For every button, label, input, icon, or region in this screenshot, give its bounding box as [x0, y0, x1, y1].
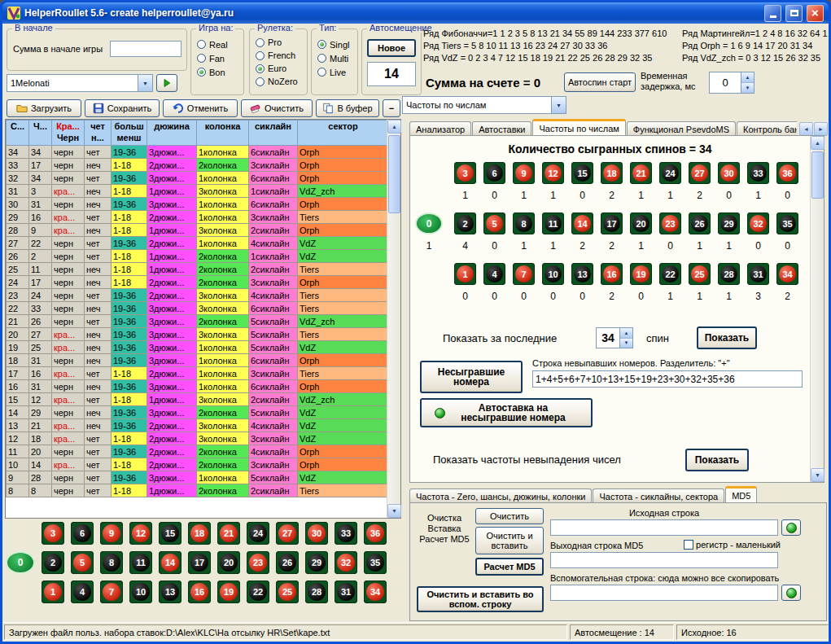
- history-row[interactable]: 3031черннеч19-363дюжи...1колонка6сиклайн…: [7, 198, 389, 211]
- number-33[interactable]: 33: [747, 162, 769, 184]
- number-0[interactable]: 0: [415, 212, 443, 234]
- number-21[interactable]: 21: [217, 522, 240, 545]
- radio-Multi[interactable]: Multi: [317, 51, 349, 65]
- collapse-button[interactable]: −: [383, 99, 400, 117]
- number-18[interactable]: 18: [188, 522, 211, 545]
- history-row[interactable]: 1716кра...чет1-182дюжи...1колонка3сиклай…: [7, 367, 389, 380]
- number-31[interactable]: 31: [747, 263, 769, 285]
- spin-down-icon[interactable]: ▼: [741, 83, 754, 93]
- number-3[interactable]: 3: [42, 522, 64, 545]
- md5-aux-input[interactable]: [550, 585, 778, 601]
- md5-output-input[interactable]: [550, 552, 778, 568]
- number-14[interactable]: 14: [571, 212, 593, 234]
- number-15[interactable]: 15: [159, 522, 182, 545]
- show-missing-freq-button[interactable]: Показать: [685, 449, 749, 471]
- history-row[interactable]: 1429черннеч19-363дюжи...2колонка5сиклайн…: [7, 406, 389, 419]
- number-27[interactable]: 27: [276, 522, 299, 545]
- column-header-7[interactable]: колонка: [197, 120, 249, 146]
- md5-clear-button[interactable]: Очистить: [475, 508, 544, 524]
- number-18[interactable]: 18: [601, 162, 623, 184]
- number-31[interactable]: 31: [335, 580, 357, 603]
- number-36[interactable]: 36: [776, 162, 798, 184]
- number-24[interactable]: 24: [659, 162, 681, 184]
- radio-Euro[interactable]: Euro: [256, 62, 298, 75]
- panel-scrollbar[interactable]: ▲ ▼: [810, 136, 824, 482]
- column-header-9[interactable]: сектор: [298, 120, 389, 146]
- number-13[interactable]: 13: [571, 263, 593, 285]
- history-row[interactable]: 1512кра...чет1-181дюжи...3колонка2сиклай…: [7, 393, 389, 406]
- number-2[interactable]: 2: [42, 551, 64, 574]
- number-5[interactable]: 5: [483, 212, 505, 234]
- number-10[interactable]: 10: [542, 263, 564, 285]
- history-row[interactable]: 1321кра...неч19-362дюжи...3колонка4сикла…: [7, 419, 389, 432]
- clear-button[interactable]: Очистить: [241, 99, 313, 117]
- radio-French[interactable]: French: [256, 49, 298, 62]
- radio-Singl[interactable]: Singl: [317, 37, 349, 51]
- number-7[interactable]: 7: [100, 580, 123, 603]
- number-23[interactable]: 23: [247, 551, 269, 574]
- save-button[interactable]: Сохранить: [85, 99, 160, 117]
- tab-Контроль банкро[interactable]: Контроль банкро: [737, 121, 797, 136]
- number-14[interactable]: 14: [159, 551, 182, 574]
- history-row[interactable]: 3434чернчет19-363дюжи...1колонка6сиклайн…: [7, 146, 389, 159]
- history-row[interactable]: 262чернчет1-181дюжи...2колонка1сиклайнVd…: [7, 250, 389, 263]
- number-6[interactable]: 6: [483, 162, 505, 184]
- md5-calc-button[interactable]: Расчет MD5: [475, 558, 544, 576]
- preset-combobox[interactable]: 1Melonati ▼: [7, 74, 153, 92]
- tab-Частота - Zero, шансы, дюжины, колонки[interactable]: Частота - Zero, шансы, дюжины, колонки: [409, 488, 592, 503]
- column-header-6[interactable]: дюжина: [147, 120, 197, 146]
- number-27[interactable]: 27: [689, 162, 711, 184]
- scroll-up-icon[interactable]: ▲: [811, 136, 824, 150]
- history-row[interactable]: 1120чернчет19-362дюжи...2колонка4сиклайн…: [7, 445, 389, 458]
- history-row[interactable]: 1631черннеч19-363дюжи...1колонка6сиклайн…: [7, 380, 389, 393]
- history-row[interactable]: 1218кра...чет1-182дюжи...3колонка3сиклай…: [7, 432, 389, 445]
- number-9[interactable]: 9: [100, 522, 123, 545]
- tab-Частота - сиклайны, сектора[interactable]: Частота - сиклайны, сектора: [593, 488, 724, 503]
- number-34[interactable]: 34: [364, 580, 387, 603]
- radio-Pro[interactable]: Pro: [256, 36, 298, 49]
- number-20[interactable]: 20: [217, 551, 240, 574]
- number-22[interactable]: 22: [659, 263, 681, 285]
- number-32[interactable]: 32: [335, 551, 357, 574]
- radio-Bon[interactable]: Bon: [197, 65, 228, 79]
- checkbox-icon[interactable]: [684, 540, 693, 550]
- apply-preset-button[interactable]: [156, 74, 177, 92]
- radio-Live[interactable]: Live: [317, 65, 349, 79]
- chevron-down-icon[interactable]: ▼: [551, 97, 566, 113]
- number-19[interactable]: 19: [217, 580, 240, 603]
- show-last-spinner[interactable]: 34 ▲ ▼: [596, 327, 633, 348]
- spin-up-icon[interactable]: ▲: [741, 72, 754, 83]
- chevron-down-icon[interactable]: ▼: [138, 75, 152, 91]
- number-28[interactable]: 28: [305, 580, 328, 603]
- tabs-scroll-left-icon[interactable]: ◄: [799, 122, 813, 136]
- number-9[interactable]: 9: [513, 162, 535, 184]
- history-scrollbar[interactable]: ▲ ▼: [387, 120, 400, 518]
- load-button[interactable]: Загрузить: [7, 99, 81, 117]
- number-3[interactable]: 3: [454, 162, 476, 184]
- radio-NoZero[interactable]: NoZero: [256, 75, 298, 88]
- history-row[interactable]: 928чернчет19-363дюжи...1колонка5сиклайнV…: [7, 471, 389, 484]
- tab-Автоставки[interactable]: Автоставки: [472, 121, 531, 136]
- md5-clear-paste-aux-button[interactable]: Очистить и вставить во вспом. строку: [417, 586, 544, 612]
- number-20[interactable]: 20: [630, 212, 652, 234]
- number-33[interactable]: 33: [335, 522, 357, 545]
- history-row[interactable]: 2417черннеч1-182дюжи...2колонка3сиклайнO…: [7, 276, 389, 289]
- number-35[interactable]: 35: [776, 212, 798, 234]
- start-sum-input[interactable]: [110, 41, 182, 57]
- tab-Функционал PsevdoMS[interactable]: Функционал PsevdoMS: [627, 121, 736, 136]
- history-row[interactable]: 2916кра...чет1-182дюжи...1колонка3сиклай…: [7, 211, 389, 224]
- tabs-scroll-right-icon[interactable]: ►: [814, 122, 828, 136]
- number-19[interactable]: 19: [630, 263, 652, 285]
- number-22[interactable]: 22: [247, 580, 269, 603]
- number-17[interactable]: 17: [188, 551, 211, 574]
- spin-down-icon[interactable]: ▼: [620, 339, 632, 348]
- history-row[interactable]: 1014кра...чет1-182дюжи...2колонка3сиклай…: [7, 458, 389, 471]
- number-35[interactable]: 35: [364, 551, 387, 574]
- md5-register-option[interactable]: регистр - маленький: [684, 540, 781, 550]
- number-30[interactable]: 30: [305, 522, 328, 545]
- number-1[interactable]: 1: [42, 580, 64, 603]
- number-26[interactable]: 26: [276, 551, 299, 574]
- history-row[interactable]: 313кра...неч1-181дюжи...3колонка1сиклайн…: [7, 185, 389, 198]
- number-23[interactable]: 23: [659, 212, 681, 234]
- tab-Частоты по числам[interactable]: Частоты по числам: [532, 119, 625, 136]
